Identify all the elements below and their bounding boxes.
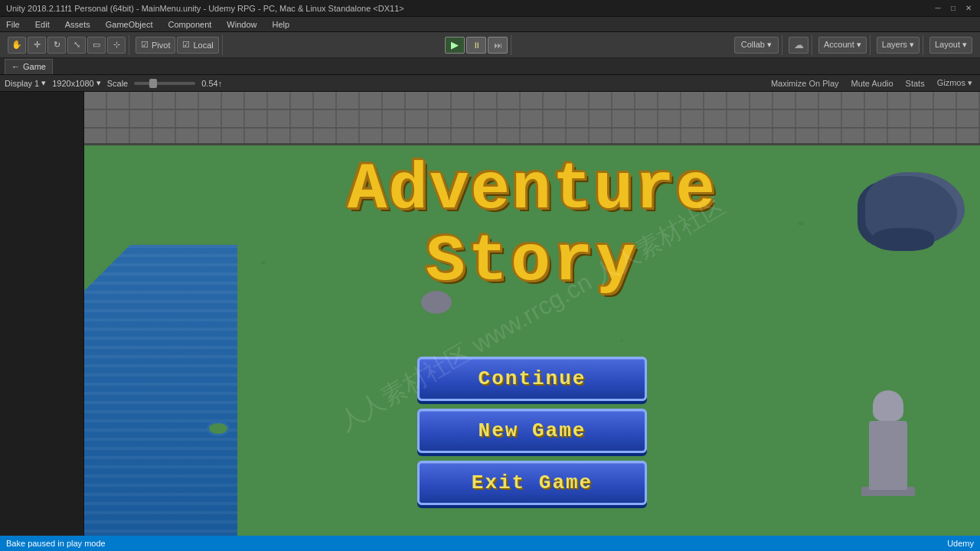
new-game-button[interactable]: New Game <box>417 409 647 453</box>
game-title-container: Adventure Story <box>302 157 762 295</box>
new-game-label: New Game <box>479 419 586 442</box>
scale-tool-button[interactable]: ⤡ <box>67 37 86 54</box>
collab-button[interactable]: Collab ▾ <box>734 37 779 54</box>
menu-file[interactable]: File <box>3 20 23 29</box>
transform-tool-button[interactable]: ⊹ <box>107 37 126 54</box>
status-brand: Udemy <box>947 539 974 548</box>
transform-tools-group: ✋ ✛ ↻ ⤡ ▭ ⊹ <box>5 35 129 55</box>
menu-gameobject[interactable]: GameObject <box>103 20 156 29</box>
game-tab-bar: ← Game <box>0 58 980 75</box>
menu-window[interactable]: Window <box>224 20 260 29</box>
title-story-text: Story <box>302 229 762 295</box>
layers-dropdown[interactable]: Layers ▾ <box>877 37 920 54</box>
main-content: Adventure Story Continue New Game Exit G… <box>0 92 980 536</box>
game-tab-label: Game <box>23 62 46 71</box>
menu-help[interactable]: Help <box>269 20 292 29</box>
local-label: Local <box>193 41 213 50</box>
collab-group: Collab ▾ <box>731 35 782 55</box>
menu-bar: File Edit Assets GameObject Component Wi… <box>0 17 980 32</box>
statue-body <box>869 421 907 490</box>
game-display-bar: Display 1 ▾ 1920x1080 ▾ Scale 0.54↑ Maxi… <box>0 75 980 92</box>
pivot-group: ☑ Pivot ☑ Local <box>132 35 223 55</box>
layout-dropdown[interactable]: Layout ▾ <box>929 37 972 54</box>
local-checkbox-icon: ☑ <box>182 40 190 50</box>
rotate-tool-button[interactable]: ↻ <box>47 37 66 54</box>
mute-audio-button[interactable]: Mute Audio <box>848 79 897 88</box>
water-area <box>84 245 237 536</box>
scale-slider[interactable] <box>134 82 195 85</box>
step-button[interactable]: ⏭ <box>488 37 508 54</box>
maximize-on-play-button[interactable]: Maximize On Play <box>768 79 842 88</box>
status-message: Bake paused in play mode <box>6 539 106 548</box>
game-canvas: Adventure Story Continue New Game Exit G… <box>84 92 980 536</box>
small-island <box>207 421 230 436</box>
title-bar: Unity 2018.2.11f1 Personal (64bit) - Mai… <box>0 0 980 17</box>
toolbar: ✋ ✛ ↻ ⤡ ▭ ⊹ ☑ Pivot ☑ Local ▶ ⏸ ⏭ Collab… <box>0 32 980 58</box>
display-label: Display 1 <box>5 79 39 88</box>
local-dropdown[interactable]: ☑ Local <box>177 37 218 54</box>
status-bar: Bake paused in play mode Udemy <box>0 536 980 551</box>
continue-button[interactable]: Continue <box>417 357 647 401</box>
title-adventure-text: Adventure <box>302 157 762 223</box>
pivot-checkbox-icon: ☑ <box>141 40 149 50</box>
menu-assets[interactable]: Assets <box>62 20 93 29</box>
collab-label: Collab ▾ <box>741 40 772 50</box>
left-panel <box>0 92 84 536</box>
account-label: Account ▾ <box>824 40 861 50</box>
stone-top-background <box>84 92 980 145</box>
continue-label: Continue <box>479 367 586 390</box>
pivot-dropdown[interactable]: ☑ Pivot <box>136 37 175 54</box>
cloud-group: ☁ <box>786 35 812 55</box>
display-right-controls: Maximize On Play Mute Audio Stats Gizmos… <box>768 78 975 88</box>
resolution-value: 1920x1080 <box>52 79 93 88</box>
statue-decoration <box>858 398 919 490</box>
game-scene: Adventure Story Continue New Game Exit G… <box>84 92 980 536</box>
move-tool-button[interactable]: ✛ <box>28 37 46 54</box>
scale-value: 0.54↑ <box>201 79 222 88</box>
display-chevron-icon: ▾ <box>41 78 46 88</box>
scale-thumb <box>149 79 157 88</box>
cloud-icon: ☁ <box>794 39 804 51</box>
play-button[interactable]: ▶ <box>445 37 465 54</box>
layers-group: Layers ▾ <box>874 35 923 55</box>
title-text: Unity 2018.2.11f1 Personal (64bit) - Mai… <box>6 4 404 13</box>
resolution-select[interactable]: 1920x1080 ▾ <box>52 78 100 88</box>
exit-game-label: Exit Game <box>472 471 593 494</box>
playback-group: ▶ ⏸ ⏭ <box>442 35 511 55</box>
rect-tool-button[interactable]: ▭ <box>87 37 106 54</box>
cloud-button[interactable]: ☁ <box>789 37 808 54</box>
game-tab-icon: ← <box>11 62 20 71</box>
pivot-label: Pivot <box>152 41 170 50</box>
account-dropdown[interactable]: Account ▾ <box>818 37 867 54</box>
game-menu-buttons: Continue New Game Exit Game <box>417 357 647 505</box>
exit-game-button[interactable]: Exit Game <box>417 461 647 505</box>
menu-component[interactable]: Component <box>165 20 214 29</box>
title-controls: ─ □ ✕ <box>933 3 974 14</box>
stats-button[interactable]: Stats <box>903 79 928 88</box>
menu-edit[interactable]: Edit <box>32 20 53 29</box>
layout-label: Layout ▾ <box>935 40 967 50</box>
hand-tool-button[interactable]: ✋ <box>8 37 26 54</box>
game-tab[interactable]: ← Game <box>5 59 53 74</box>
gizmos-button[interactable]: Gizmos ▾ <box>934 78 975 88</box>
close-button[interactable]: ✕ <box>963 3 974 14</box>
status-right: Udemy <box>947 539 974 548</box>
statue-head <box>873 390 903 421</box>
display-select[interactable]: Display 1 ▾ <box>5 78 46 88</box>
account-group: Account ▾ <box>815 35 871 55</box>
minimize-button[interactable]: ─ <box>933 3 943 14</box>
pause-button[interactable]: ⏸ <box>466 37 486 54</box>
status-left: Bake paused in play mode <box>6 539 106 548</box>
maximize-button[interactable]: □ <box>948 3 959 14</box>
scale-label: Scale <box>107 79 129 88</box>
layout-group: Layout ▾ <box>926 35 975 55</box>
resolution-chevron-icon: ▾ <box>96 78 101 88</box>
layers-label: Layers ▾ <box>882 40 914 50</box>
